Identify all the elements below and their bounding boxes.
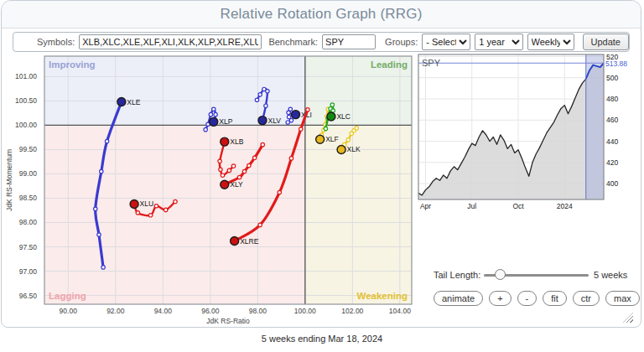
- title-bar: Relative Rotation Graph (RRG): [2, 1, 641, 28]
- spy-area-fill: [418, 63, 604, 199]
- tail-point-XLB: [227, 168, 231, 172]
- ticker-head-XLP[interactable]: [210, 117, 218, 126]
- ticker-head-XLI[interactable]: [292, 111, 300, 119]
- ticker-label-XLRE: XLRE: [240, 237, 259, 246]
- ticker-head-XLF[interactable]: [316, 135, 325, 143]
- spy-y-tick-label: 400: [606, 179, 618, 188]
- center-button[interactable]: ctr: [573, 291, 600, 306]
- x-tick-label: 96.00: [201, 307, 220, 315]
- spy-y-tick-label: 440: [606, 137, 618, 146]
- x-tick-label: 92.00: [106, 307, 125, 315]
- tail-point-XLRE: [306, 108, 309, 111]
- y-tick-label: 101.00: [15, 72, 37, 80]
- quadrant-label-leading: Leading: [371, 60, 408, 70]
- ticker-label-XLE: XLE: [127, 98, 140, 106]
- y-tick-label: 99.50: [19, 145, 38, 153]
- tail-point-XLP: [214, 112, 217, 116]
- ticker-head-XLB[interactable]: [221, 137, 229, 146]
- spy-y-tick-label: 500: [606, 74, 618, 82]
- tail-point-XLP: [204, 127, 207, 131]
- tail-point-XLE: [105, 139, 108, 142]
- quadrant-label-weakening: Weakening: [357, 291, 408, 301]
- tail-point-XLU: [148, 214, 152, 217]
- x-tick-label: 90.00: [60, 307, 78, 315]
- chart-buttons-row: animate + - fit ctr max: [434, 291, 640, 306]
- spy-y-tick-label: 480: [606, 95, 618, 103]
- tail-point-XLI: [289, 118, 293, 122]
- tail-length-slider-thumb[interactable]: [495, 269, 506, 280]
- ticker-label-XLK: XLK: [347, 145, 361, 153]
- y-tick-label: 100.50: [15, 96, 37, 105]
- period-caption: 5 weeks ending Mar 18, 2024: [0, 334, 644, 344]
- tail-point-XLY: [242, 169, 246, 173]
- tail-point-XLP: [212, 107, 216, 111]
- spy-x-tick-label: Apr: [420, 202, 431, 210]
- ticker-head-XLK[interactable]: [337, 145, 345, 153]
- spy-y-tick-label: 420: [606, 158, 618, 167]
- page-title: Relative Rotation Graph (RRG): [2, 1, 641, 28]
- tail-point-XLV: [258, 93, 262, 96]
- x-tick-label: 104.00: [389, 307, 411, 315]
- tail-point-XLP: [209, 112, 212, 116]
- tail-point-XLRE: [258, 223, 262, 226]
- ticker-head-XLV[interactable]: [258, 116, 267, 125]
- tail-point-XLU: [164, 208, 167, 211]
- ticker-head-XLY[interactable]: [221, 180, 229, 189]
- ticker-label-XLY: XLY: [230, 180, 243, 189]
- tail-point-XLE: [101, 266, 105, 269]
- y-axis-title: JdK RS-Momentum: [5, 149, 13, 211]
- tail-point-XLE: [100, 169, 103, 173]
- tail-point-XLE: [97, 233, 101, 236]
- tail-point-XLU: [174, 199, 177, 203]
- y-tick-label: 100.00: [15, 121, 37, 129]
- tail-point-XLB: [218, 159, 221, 163]
- y-tick-label: 99.00: [19, 169, 38, 178]
- resize-handle-icon[interactable]: [623, 313, 633, 323]
- lagging-quadrant: [44, 125, 305, 304]
- tail-point-XLV: [266, 90, 269, 93]
- tail-length-label: Tail Length:: [434, 270, 480, 280]
- tail-point-XLE: [94, 207, 97, 210]
- animate-button[interactable]: animate: [434, 291, 483, 306]
- ticker-label-XLP: XLP: [219, 117, 232, 126]
- ticker-head-XLC[interactable]: [327, 112, 335, 121]
- zoom-in-button[interactable]: +: [489, 291, 511, 306]
- zoom-out-button[interactable]: -: [517, 291, 538, 306]
- tail-point-XLI: [287, 115, 290, 118]
- y-tick-label: 98.50: [19, 194, 38, 202]
- ticker-head-XLU[interactable]: [130, 199, 138, 208]
- ticker-label-XLU: XLU: [140, 199, 154, 208]
- x-tick-label: 98.00: [249, 307, 267, 315]
- rrg-chart: ImprovingLeadingLaggingWeakening90.0092.…: [0, 46, 419, 331]
- tail-point-XLY: [247, 163, 251, 167]
- y-tick-label: 96.50: [19, 292, 38, 300]
- tail-point-XLB: [221, 173, 224, 177]
- x-axis-title: JdK RS-Ratio: [206, 317, 250, 325]
- tail-point-XLU: [154, 204, 158, 208]
- y-tick-label: 98.00: [19, 218, 38, 226]
- tail-point-XLI: [286, 121, 289, 124]
- tail-point-XLV: [264, 104, 267, 107]
- tail-point-XLRE: [299, 127, 303, 131]
- tail-point-XLK: [350, 132, 353, 135]
- x-tick-label: 100.00: [294, 307, 316, 315]
- tail-point-XLY: [261, 142, 264, 146]
- spy-x-tick-label: 2024: [557, 202, 573, 210]
- tail-point-XLB: [219, 168, 222, 171]
- tail-length-value: 5 weeks: [594, 270, 627, 280]
- ticker-head-XLRE[interactable]: [231, 237, 239, 246]
- tail-point-XLC: [324, 127, 327, 130]
- tail-point-XLV: [255, 98, 258, 101]
- fit-button[interactable]: fit: [543, 291, 567, 306]
- maximize-button[interactable]: max: [605, 291, 640, 306]
- ticker-head-XLE[interactable]: [117, 98, 126, 106]
- quadrant-label-improving: Improving: [49, 60, 96, 70]
- tail-point-XLY: [252, 156, 256, 159]
- tail-point-XLB: [231, 164, 235, 168]
- tail-period-band: [586, 54, 604, 199]
- spy-last-value-label: 513.88: [605, 60, 627, 68]
- ticker-label-XLV: XLV: [267, 116, 281, 125]
- x-tick-label: 102.00: [341, 307, 363, 315]
- spy-x-tick-label: Oct: [512, 202, 524, 210]
- y-tick-label: 97.00: [19, 267, 38, 276]
